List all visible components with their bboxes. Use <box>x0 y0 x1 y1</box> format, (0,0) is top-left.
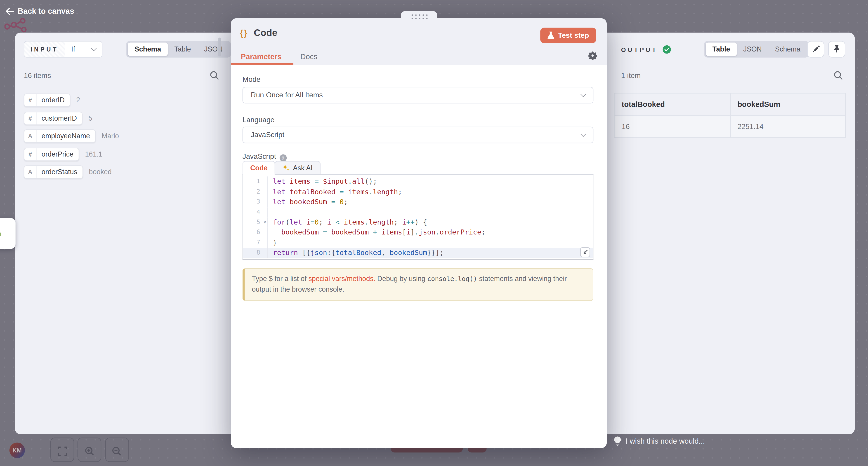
tab-table[interactable]: Table <box>706 42 737 56</box>
if-node-card[interactable] <box>0 218 16 249</box>
expand-editor-button[interactable] <box>580 247 590 257</box>
language-select-value: JavaScript <box>251 131 284 139</box>
line-number: 7 <box>243 238 268 248</box>
special-vars-link[interactable]: special vars/methods. <box>308 275 375 282</box>
fold-chevron-icon[interactable]: ∨ <box>264 218 267 228</box>
lightbulb-icon <box>614 436 621 446</box>
schema-field-pill[interactable]: AemployeeName <box>24 130 95 143</box>
code-line-1[interactable]: 1let items = $input.all(); <box>243 177 593 187</box>
code-line-8[interactable]: 8return [{json:{totalBooked, bookedSum}}… <box>243 248 593 258</box>
hint-text-mid: Debug by using <box>375 275 427 282</box>
mode-select[interactable]: Run Once for All Items <box>243 87 594 103</box>
schema-item-orderPrice[interactable]: #orderPrice161.1 <box>24 147 102 161</box>
input-items-count: 16 items <box>24 71 51 80</box>
output-column-bookedSum: bookedSum <box>731 93 846 115</box>
output-search-icon[interactable] <box>834 71 843 80</box>
modal-tabs: Parameters Docs <box>241 52 317 61</box>
tab-code[interactable]: Code <box>243 161 275 174</box>
code-line-content: return [{json:{totalBooked, bookedSum}}]… <box>268 248 444 258</box>
field-name: employeeName <box>37 130 95 142</box>
help-icon[interactable]: ? <box>279 154 287 162</box>
sparkles-icon <box>283 164 290 171</box>
tab-docs[interactable]: Docs <box>301 52 317 61</box>
hint-text-pre: Type $ for a list of <box>252 275 308 282</box>
schema-field-pill[interactable]: AorderStatus <box>24 166 83 179</box>
code-line-4[interactable]: 4 <box>243 207 593 217</box>
back-to-canvas-button[interactable]: Back to canvas <box>5 6 74 15</box>
success-check-icon <box>663 45 671 54</box>
tab-json[interactable]: JSON <box>197 42 229 56</box>
code-line-2[interactable]: 2let totalBooked = items.length; <box>243 187 593 197</box>
editor-label-text: JavaScript <box>243 152 276 160</box>
field-name: customerID <box>37 112 82 124</box>
canvas-zoom-in-button[interactable] <box>78 437 101 462</box>
table-cell: 2251.14 <box>731 115 846 138</box>
code-line-6[interactable]: 6 bookedSum = bookedSum + items[i].json.… <box>243 228 593 238</box>
schema-item-orderStatus[interactable]: AorderStatusbooked <box>24 166 112 179</box>
test-step-button[interactable]: Test step <box>540 28 596 43</box>
output-edit-button[interactable] <box>807 41 825 57</box>
tab-code-label: Code <box>250 164 268 172</box>
line-number: 8 <box>243 248 268 258</box>
tab-table[interactable]: Table <box>168 42 197 56</box>
code-line-5[interactable]: 5∨for(let i=0; i < items.length; i++) { <box>243 218 593 228</box>
pencil-icon <box>812 45 819 53</box>
gear-icon[interactable] <box>588 51 597 60</box>
input-node-selector: INPUT If <box>24 41 102 57</box>
field-name: orderID <box>37 94 70 106</box>
if-node-icon <box>0 225 9 242</box>
schema-item-customerID[interactable]: #customerID5 <box>24 111 92 125</box>
canvas-zoom-out-button[interactable] <box>105 437 129 462</box>
output-view-tabs: TableJSONSchema <box>704 41 809 57</box>
output-pin-button[interactable] <box>828 41 845 57</box>
field-value: Mario <box>102 132 119 140</box>
field-name: orderPrice <box>37 148 79 160</box>
modal-header: {} Code Test step Parameters Docs <box>231 18 607 64</box>
tab-ask-ai[interactable]: Ask AI <box>275 161 320 174</box>
code-line-content: let items = $input.all(); <box>268 177 377 187</box>
canvas-fit-view-button[interactable] <box>51 437 74 462</box>
modal-title: Code <box>254 28 277 39</box>
schema-item-employeeName[interactable]: AemployeeNameMario <box>24 130 119 143</box>
input-search-icon[interactable] <box>210 71 219 80</box>
chevron-down-icon <box>91 45 96 51</box>
language-select[interactable]: JavaScript <box>243 127 594 143</box>
output-items-count: 1 item <box>621 71 641 80</box>
field-value: 161.1 <box>85 151 102 158</box>
code-node-icon: {} <box>240 28 248 38</box>
editor-tabs: Code Ask AI <box>243 161 320 174</box>
chevron-down-icon <box>581 131 586 137</box>
back-to-canvas-label: Back to canvas <box>18 6 74 15</box>
code-editor[interactable]: 1let items = $input.all();2let totalBook… <box>243 174 594 260</box>
user-avatar[interactable]: KM <box>9 442 25 458</box>
code-line-content: let totalBooked = items.length; <box>268 187 402 197</box>
code-line-content: } <box>268 238 277 248</box>
input-panel-label: INPUT <box>24 41 65 57</box>
schema-field-pill[interactable]: #customerID <box>24 111 82 125</box>
field-value: 2 <box>76 96 80 104</box>
line-number: 1 <box>243 177 268 187</box>
output-panel-header: OUTPUT <box>621 45 671 54</box>
input-node-select[interactable]: If <box>65 41 102 57</box>
schema-field-pill[interactable]: #orderID <box>24 94 70 107</box>
field-type-icon: A <box>24 130 37 142</box>
tab-schema[interactable]: Schema <box>768 42 807 56</box>
code-node-modal: {} Code Test step Parameters Docs Mode <box>231 18 607 448</box>
code-line-7[interactable]: 7} <box>243 238 593 248</box>
modal-body: Mode Run Once for All Items Language Jav… <box>231 64 607 448</box>
mode-select-value: Run Once for All Items <box>251 91 323 99</box>
field-type-icon: A <box>24 166 37 178</box>
schema-field-pill[interactable]: #orderPrice <box>24 147 79 161</box>
active-tab-underline <box>231 63 293 64</box>
modal-drag-handle[interactable] <box>401 11 437 19</box>
code-line-3[interactable]: 3let bookedSum = 0; <box>243 197 593 207</box>
code-line-content: for(let i=0; i < items.length; i++) { <box>268 218 427 228</box>
tab-json[interactable]: JSON <box>737 42 768 56</box>
tab-schema[interactable]: Schema <box>128 42 168 56</box>
editor-label: JavaScript? <box>243 152 287 162</box>
tab-parameters[interactable]: Parameters <box>241 52 281 61</box>
schema-item-orderID[interactable]: #orderID2 <box>24 94 80 107</box>
input-panel-scrollbar[interactable] <box>218 38 221 57</box>
app-root: KM Back to canvas INPUT If SchemaTableJS… <box>0 0 868 466</box>
wish-feedback-button[interactable]: I wish this node would... <box>614 436 705 446</box>
